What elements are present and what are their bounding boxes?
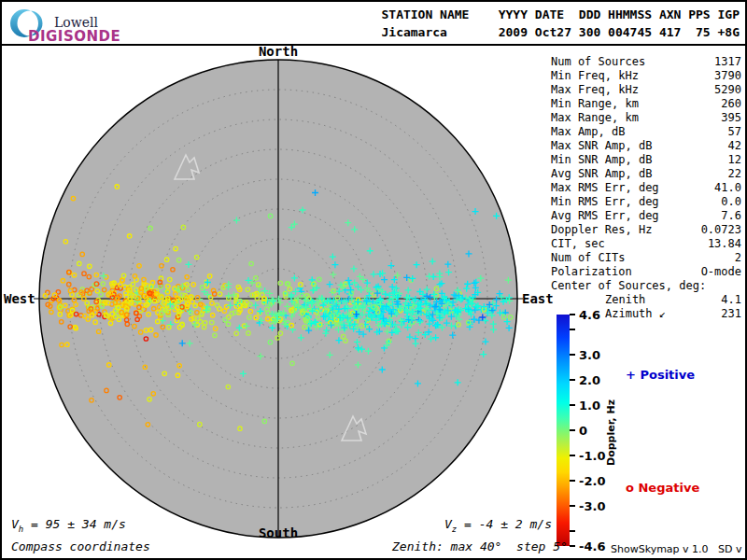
colorbar-tick (570, 354, 575, 356)
stat-value: 3790 (714, 69, 741, 83)
colorbar: 4.63.02.01.00-1.0-2.0-3.0-4.6 (557, 315, 697, 550)
station-values-line: Jicamarca 2009 Oct27 300 004745 417 75 +… (381, 25, 740, 39)
colorbar-tick (570, 329, 575, 330)
stat-label: CIT, sec (551, 237, 605, 251)
colorbar-tick-label: 4.6 (579, 308, 600, 322)
stat-row: Avg RMS Err, deg7.6 (551, 209, 741, 223)
lowell-logo: Lowell DIGISONDE (9, 7, 215, 43)
stat-row: PolarizationO-mode (551, 265, 741, 279)
colorbar-tick-label: -1.0 (579, 448, 605, 462)
stats-panel: Num of Sources1317Min Freq, kHz3790Max F… (551, 55, 741, 321)
stat-value: 2 (735, 251, 741, 265)
stat-value: 0.0 (721, 195, 741, 209)
circle-icon: o (626, 481, 634, 495)
stat-row: Avg SNR Amp, dB22 (551, 167, 741, 181)
legend-negative-label: Negative (638, 481, 699, 495)
stat-row: Min Freq, kHz3790 (551, 69, 741, 83)
compass-label-north: North (259, 44, 298, 59)
colorbar-title: Doppler, Hz (605, 399, 617, 466)
compass-label-east: East (522, 291, 554, 306)
stat-value: 0.0723 (701, 223, 741, 237)
stat-value: 41.0 (714, 181, 741, 195)
colorbar-tick-label: 2.0 (579, 373, 600, 387)
colorbar-tick (570, 480, 575, 482)
colorbar-tick (570, 314, 575, 315)
colorbar-tick-label: 0 (579, 424, 587, 438)
stat-label: Num of CITs (551, 251, 625, 265)
stat-label: Min SNR Amp, dB (551, 153, 652, 167)
station-columns-line: STATION NAME YYYY DATE DDD HHMMSS AXN PP… (381, 7, 740, 21)
stat-value: 4.1 (721, 293, 741, 307)
stat-label: Max SNR Amp, dB (551, 139, 652, 153)
colorbar-tick (570, 404, 575, 406)
compass-label-south: South (259, 525, 298, 540)
header-divider (2, 44, 745, 46)
stat-value: 260 (721, 97, 741, 111)
colorbar-tick (570, 530, 575, 532)
stat-label: Zenith (551, 293, 645, 307)
stat-label: Avg SNR Amp, dB (551, 167, 652, 181)
stat-value: 13.84 (708, 237, 741, 251)
horizontal-velocity-readout: Vh = 95 ± 34 m/s (11, 517, 126, 534)
colorbar-tick-label: -2.0 (579, 473, 605, 487)
showskymap-window: Lowell DIGISONDE STATION NAME YYYY DATE … (0, 0, 747, 560)
stat-row: Max Amp, dB57 (551, 125, 741, 139)
stat-row: Min SNR Amp, dB12 (551, 153, 741, 167)
station-header: STATION NAME YYYY DATE DDD HHMMSS AXN PP… (381, 6, 740, 41)
stat-value: 5290 (714, 83, 741, 97)
stat-value: 1317 (714, 55, 741, 69)
colorbar-tick-label: 3.0 (579, 348, 600, 362)
stat-label: Avg RMS Err, deg (551, 209, 659, 223)
stat-label: Doppler Res, Hz (551, 223, 652, 237)
vertical-velocity-readout: Vz = -4 ± 2 m/s (444, 517, 552, 534)
stat-row: Max RMS Err, deg41.0 (551, 181, 741, 195)
coordinate-system-label: Compass coordinates (11, 539, 150, 553)
stat-row: Center of Sources, deg: (551, 279, 741, 293)
stat-value: 12 (728, 153, 741, 167)
stat-label: Max Freq, kHz (551, 83, 639, 97)
stat-label: Center of Sources, deg: (551, 279, 706, 293)
stat-value: 57 (728, 125, 741, 139)
version-label: ShowSkymap v 1.0 SD v 4.2 (611, 543, 747, 555)
stat-label: Min Range, km (551, 97, 639, 111)
zenith-range-note: Zenith: max 40° step 5° (392, 539, 568, 553)
colorbar-gradient (557, 315, 570, 546)
legend-positive-label: Positive (640, 368, 695, 382)
stat-row: Doppler Res, Hz0.0723 (551, 223, 741, 237)
stat-row: Max SNR Amp, dB42 (551, 139, 741, 153)
plus-icon: + (626, 368, 636, 382)
stat-label: Max RMS Err, deg (551, 181, 659, 195)
stat-row: Min RMS Err, deg0.0 (551, 195, 741, 209)
colorbar-tick-label: 1.0 (579, 399, 600, 413)
compass-label-west: West (4, 291, 32, 306)
stat-row: Max Freq, kHz5290 (551, 83, 741, 97)
stat-row: Num of CITs2 (551, 251, 741, 265)
colorbar-tick (570, 429, 575, 431)
colorbar-tick (570, 379, 575, 381)
stat-value: O-mode (701, 265, 741, 279)
colorbar-tick-label: -4.6 (579, 539, 605, 553)
colorbar-tick-label: -3.0 (579, 498, 605, 512)
stat-row: Max Range, km395 (551, 111, 741, 125)
colorbar-tick (570, 455, 575, 456)
stat-value: 42 (728, 139, 741, 153)
stat-row: Zenith4.1 (551, 293, 741, 307)
colorbar-tick (570, 545, 575, 547)
colorbar-tick (570, 505, 575, 507)
stat-label: Max Range, km (551, 111, 639, 125)
stat-value: 22 (728, 167, 741, 181)
stat-value: 7.6 (721, 209, 741, 223)
stat-row: CIT, sec13.84 (551, 237, 741, 251)
stat-label: Num of Sources (551, 55, 645, 69)
stat-label: Max Amp, dB (551, 125, 625, 139)
stat-value: 231 (721, 307, 741, 321)
stat-label: Polarization (551, 265, 632, 279)
stat-label: Min Freq, kHz (551, 69, 639, 83)
logo-digisonde-text: DIGISONDE (28, 28, 120, 45)
stat-row: Min Range, km260 (551, 97, 741, 111)
legend-negative: o Negative (626, 481, 699, 495)
stat-value: 395 (721, 111, 741, 125)
stat-label: Min RMS Err, deg (551, 195, 659, 209)
stat-row: Num of Sources1317 (551, 55, 741, 69)
legend-positive: + Positive (626, 368, 695, 382)
